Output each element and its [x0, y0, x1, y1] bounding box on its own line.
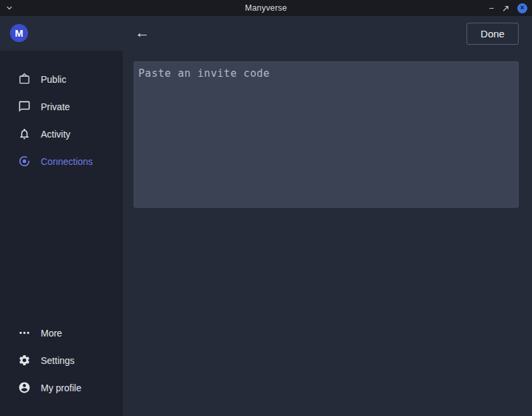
invite-code-input[interactable] [134, 61, 519, 208]
sidebar-item-label: Connections [41, 156, 93, 167]
logo-letter: M [15, 27, 23, 39]
restore-button[interactable] [502, 5, 509, 12]
dots-icon [18, 327, 31, 339]
main-content [123, 51, 532, 416]
sidebar-item-more[interactable]: More [0, 319, 123, 347]
app-header: M ← Done [0, 16, 532, 51]
window-title: Manyverse [245, 3, 287, 13]
sidebar-item-connections[interactable]: Connections [0, 148, 123, 175]
profile-icon [18, 381, 31, 394]
titlebar: Manyverse − × [0, 0, 532, 16]
sidebar-top-group: Public Private A [0, 65, 123, 319]
sidebar-item-public[interactable]: Public [0, 65, 123, 93]
sidebar-item-label: Public [41, 74, 66, 85]
connections-icon [18, 155, 31, 168]
message-bubble-icon [18, 100, 31, 113]
done-button[interactable]: Done [467, 23, 519, 45]
sidebar-item-label: My profile [41, 383, 82, 393]
bell-icon [18, 128, 31, 140]
back-arrow-icon: ← [135, 24, 150, 41]
sidebar-item-private[interactable]: Private [0, 93, 123, 120]
sidebar-item-settings[interactable]: Settings [0, 347, 123, 374]
sidebar-item-activity[interactable]: Activity [0, 120, 123, 148]
window-menu-chevron-icon[interactable] [6, 0, 13, 16]
sidebar: Public Private A [0, 51, 123, 416]
close-icon: × [521, 5, 525, 11]
sidebar-item-label: Private [41, 101, 70, 112]
app-body: Public Private A [0, 51, 532, 416]
window-controls: − × [489, 0, 527, 16]
sidebar-item-label: Settings [41, 355, 75, 366]
manyverse-logo: M [10, 24, 28, 42]
bulletin-board-icon [18, 73, 31, 85]
manyverse-window: Manyverse − × M ← Done [0, 0, 532, 416]
sidebar-item-label: More [41, 328, 62, 339]
minimize-button[interactable]: − [489, 4, 494, 13]
sidebar-item-my-profile[interactable]: My profile [0, 374, 123, 401]
back-button[interactable]: ← [135, 23, 150, 43]
gear-icon [18, 354, 31, 367]
sidebar-item-label: Activity [41, 129, 70, 140]
close-button[interactable]: × [517, 3, 527, 13]
sidebar-bottom-group: More Settings My [0, 319, 123, 401]
